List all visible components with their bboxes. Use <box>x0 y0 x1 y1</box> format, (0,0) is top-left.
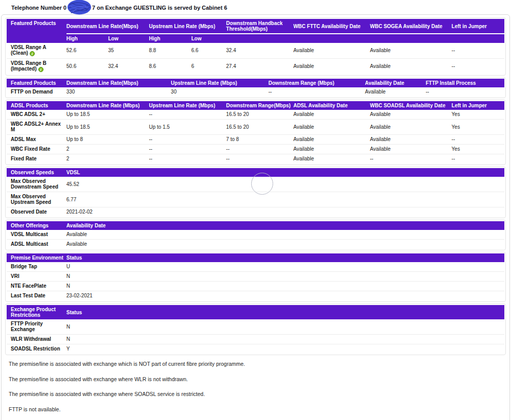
row-label: FTTP Priority Exchange <box>7 319 66 335</box>
cell: Yes <box>452 145 504 154</box>
cell: 7 to 8 <box>226 135 293 145</box>
cell: N <box>66 319 504 335</box>
table-row: NTE FacePlate N <box>7 282 504 291</box>
cell: 50.6 <box>66 59 108 75</box>
cell: -- <box>370 154 452 164</box>
cell: Available <box>293 43 370 59</box>
result-summary-line: Telephone Number 07 on Exchange GUESTLIN… <box>0 0 511 14</box>
table-row: FTTP on Demand 330 30 -- Available -- <box>7 87 504 97</box>
cell: Available <box>293 154 370 164</box>
row-label: ADSL Multicast <box>7 240 66 249</box>
cell: 2 <box>66 154 149 164</box>
row-label: WLR Withdrawal <box>7 335 66 344</box>
subheader-empty <box>370 34 452 43</box>
col-header: FTTP Install Process <box>426 79 504 87</box>
col-header: Downstream Range(Mbps) <box>226 101 293 110</box>
subheader-ds-low: Low <box>108 34 149 43</box>
col-header: Featured Products <box>7 79 66 87</box>
col-header: Availability Date <box>66 221 504 230</box>
table-row: Bridge Tap U <box>7 262 504 272</box>
cell: 2021-02-02 <box>66 207 504 217</box>
cell: -- <box>269 87 365 97</box>
col-header: Downstream Line Rate (Mbps) <box>66 101 149 110</box>
col-header-sogea-date: WBC SOGEA Availability Date <box>370 19 452 34</box>
cell: 8.6 <box>149 59 191 75</box>
cell: Available <box>370 43 452 59</box>
subheader-empty <box>293 34 370 43</box>
row-label: Observed Date <box>7 207 66 217</box>
cell: 6.6 <box>191 43 226 59</box>
table-row: Max Observed Downstream Speed 45.52 <box>7 177 504 192</box>
cell: Available <box>66 230 504 240</box>
table-row: SOADSL Restriction Y <box>7 344 504 354</box>
col-header-left-in-jumper: Left in Jumper <box>452 19 504 34</box>
cell: Yes <box>452 120 504 135</box>
col-header: Downstream Range (Mbps) <box>269 79 365 87</box>
table-row: ADSL Max Up to 8 -- 7 to 8 Available Ava… <box>7 135 504 145</box>
row-label: Max Observed Downstream Speed <box>7 177 66 192</box>
product-name: FTTP on Demand <box>7 87 66 97</box>
cell: 32.4 <box>108 59 149 75</box>
col-header-upstream: Upstream Line Rate (Mbps) <box>149 19 226 34</box>
cell: 8.8 <box>149 43 191 59</box>
table-row: WBC Fixed Rate 2 -- -- Available Availab… <box>7 145 504 154</box>
cell: Up to 18.5 <box>66 110 149 120</box>
cell: Available <box>370 110 452 120</box>
observed-speeds-table: Observed Speeds VDSL Max Observed Downst… <box>5 167 506 218</box>
cell: 32.4 <box>226 43 293 59</box>
cell: Available <box>365 87 426 97</box>
cell: -- <box>452 59 504 75</box>
product-name: ADSL Max <box>7 135 66 145</box>
table-row: Fixed Rate 2 -- -- Available -- -- <box>7 154 504 164</box>
premise-environment-table: Premise Environment Status Bridge Tap U … <box>5 252 506 302</box>
results-panel: Featured Products Downstream Line Rate(M… <box>1 14 510 420</box>
col-header: Upstream Line Rate (Mbps) <box>171 79 269 87</box>
other-offerings-table: Other Offerings Availability Date VDSL M… <box>5 220 506 250</box>
cell: N <box>66 282 504 291</box>
col-header-downstream: Downstream Line Rate(Mbps) <box>66 19 149 34</box>
cell: 35 <box>108 43 149 59</box>
cell: -- <box>226 154 293 164</box>
cell: Available <box>293 120 370 135</box>
col-header-featured-products: Featured Products <box>7 19 66 43</box>
table-row: Observed Date 2021-02-02 <box>7 207 504 217</box>
summary-prefix: Telephone Number 0 <box>11 5 66 11</box>
col-header: Upstream Line Rate (Mbps) <box>149 101 226 110</box>
cell: -- <box>452 43 504 59</box>
summary-suffix: 7 on Exchange GUESTLING is served by Cab… <box>92 5 227 11</box>
table-row: Max Observed Upstream Speed 6.77 <box>7 192 504 207</box>
cell: -- <box>226 145 293 154</box>
row-label: NTE FacePlate <box>7 282 66 291</box>
cell: 30 <box>171 87 269 97</box>
cell: Up to 8 <box>66 135 149 145</box>
cell: Available <box>370 135 452 145</box>
row-label: SOADSL Restriction <box>7 344 66 354</box>
cell: -- <box>426 87 504 97</box>
note-text: The premise/line is associated with exch… <box>9 361 504 367</box>
adsl-products-table: ADSL Products Downstream Line Rate (Mbps… <box>5 100 506 165</box>
info-icon[interactable]: i <box>38 67 43 72</box>
cell: U <box>66 262 504 272</box>
featured-vdsl-table: Featured Products Downstream Line Rate(M… <box>5 17 506 76</box>
col-header: ADSL Availability Date <box>293 101 370 110</box>
cell: Up to 1.5 <box>149 120 226 135</box>
cell: Available <box>293 110 370 120</box>
product-name: WBC ADSL2+ Annex M <box>7 120 66 135</box>
col-header: Observed Speeds <box>7 168 66 177</box>
cell: 16.5 to 20 <box>226 110 293 120</box>
cell: 45.52 <box>66 177 504 192</box>
table-row: VDSL Range B (Impacted)i 50.6 32.4 8.6 6… <box>7 59 504 75</box>
cell: 2 <box>66 145 149 154</box>
cell: -- <box>149 110 226 120</box>
row-label: Max Observed Upstream Speed <box>7 192 66 207</box>
info-icon[interactable]: i <box>30 51 35 56</box>
cell: 23-02-2021 <box>66 291 504 301</box>
note-text: FTTP is not available. <box>9 406 504 413</box>
cell: -- <box>149 145 226 154</box>
table-row: VDSL Multicast Available <box>7 230 504 240</box>
col-header: Premise Environment <box>7 253 66 262</box>
cell: N <box>66 335 504 344</box>
col-header: Exchange Product Restrictions <box>7 305 66 319</box>
cell: Available <box>293 59 370 75</box>
col-header: Other Offerings <box>7 221 66 230</box>
